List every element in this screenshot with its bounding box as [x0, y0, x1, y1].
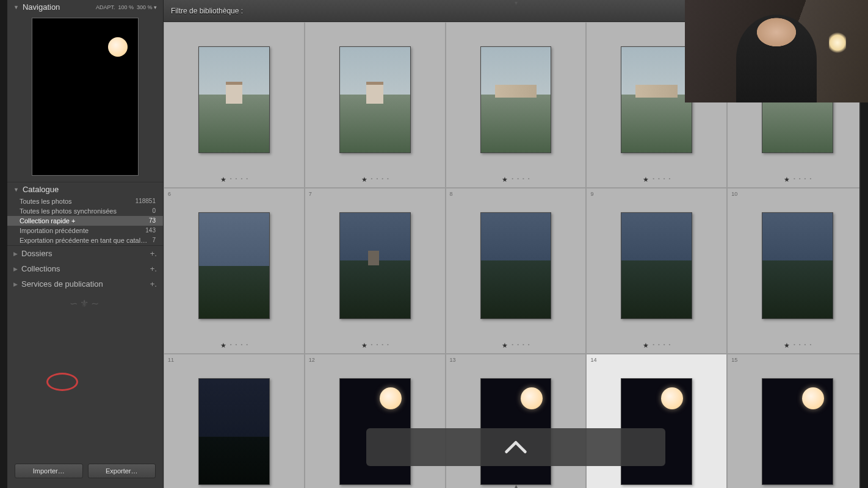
catalogue-item[interactable]: Importation précédente143 — [7, 226, 163, 235]
rating-dot-icon[interactable]: • — [376, 342, 378, 350]
rating-dot-icon[interactable]: • — [382, 176, 383, 184]
rating-dot-icon[interactable]: • — [371, 176, 373, 184]
rating-dot-icon[interactable]: • — [236, 342, 237, 350]
rating-dot-icon[interactable]: • — [376, 176, 378, 184]
thumbnail[interactable] — [480, 212, 552, 319]
rating-dot-icon[interactable]: • — [517, 342, 519, 350]
grid-cell[interactable]: 6 ★•••• — [164, 188, 305, 354]
filmstrip-toggle-hud[interactable] — [366, 428, 665, 466]
rating-dot-icon[interactable]: • — [669, 176, 671, 184]
bottom-panel-handle-icon[interactable]: ▴ — [515, 483, 518, 488]
rating-star-icon[interactable]: ★ — [502, 342, 508, 350]
dossiers-panel-header[interactable]: ▶ Dossiers +. — [7, 246, 163, 261]
catalogue-item[interactable]: Collection rapide +73 — [7, 216, 163, 226]
grid-cell[interactable]: 7 ★•••• — [305, 188, 446, 354]
rating-dot-icon[interactable]: • — [799, 342, 801, 350]
rating-dot-icon[interactable]: • — [809, 342, 811, 350]
thumbnail[interactable] — [480, 46, 552, 153]
grid-cell[interactable]: ★•••• — [305, 22, 446, 188]
rating-dot-icon[interactable]: • — [246, 176, 248, 184]
rating-dot-icon[interactable]: • — [387, 342, 389, 350]
rating-dot-icon[interactable]: • — [653, 342, 654, 350]
rating-dot-icon[interactable]: • — [523, 176, 524, 184]
catalogue-item-label: Toutes les photos synchronisées — [20, 207, 148, 215]
rating-dot-icon[interactable]: • — [241, 342, 242, 350]
thumbnail[interactable] — [339, 46, 411, 153]
rating-dot-icon[interactable]: • — [664, 176, 665, 184]
navigation-header[interactable]: ▼ Navigation ADAPT. 100 % 300 % ▾ — [7, 0, 163, 14]
catalogue-item-count: 7 — [148, 237, 156, 244]
rating-dot-icon[interactable]: • — [523, 342, 524, 350]
rating-dot-icon[interactable]: • — [799, 176, 801, 184]
services-panel-header[interactable]: ▶ Services de publication +. — [7, 276, 163, 292]
rating-dot-icon[interactable]: • — [512, 176, 513, 184]
rating-dot-icon[interactable]: • — [653, 176, 654, 184]
zoom-controls[interactable]: ADAPT. 100 % 300 % ▾ — [96, 4, 157, 10]
import-button[interactable]: Importer… — [15, 464, 83, 478]
rating-dot-icon[interactable]: • — [658, 176, 660, 184]
rating-dot-icon[interactable]: • — [794, 176, 795, 184]
thumbnail[interactable] — [198, 378, 270, 485]
catalogue-header[interactable]: ▼ Catalogue — [7, 182, 163, 196]
rating-star-icon[interactable]: ★ — [643, 176, 649, 184]
rating-star-icon[interactable]: ★ — [643, 342, 649, 350]
grid-cell[interactable]: ★•••• — [164, 22, 305, 188]
grid-cell[interactable]: 12 ★•••• — [305, 354, 446, 488]
rating-dot-icon[interactable]: • — [669, 342, 671, 350]
thumbnail[interactable] — [762, 378, 833, 485]
rating-dot-icon[interactable]: • — [528, 342, 530, 350]
rating-dot-icon[interactable]: • — [387, 176, 389, 184]
catalogue-item[interactable]: Exportation précédente en tant que catal… — [7, 235, 163, 245]
navigator-preview[interactable] — [7, 14, 163, 182]
cell-index: 9 — [590, 191, 593, 197]
grid-cell[interactable]: 8 ★•••• — [446, 188, 587, 354]
grid-cell[interactable]: 10 ★•••• — [727, 188, 868, 354]
grid-cell[interactable]: 9 ★•••• — [586, 188, 727, 354]
rating-dot-icon[interactable]: • — [805, 176, 806, 184]
grid-cell[interactable]: 15 ★•••• — [727, 354, 868, 488]
rating-dot-icon[interactable]: • — [230, 342, 232, 350]
add-icon[interactable]: +. — [150, 279, 157, 289]
collections-panel-header[interactable]: ▶ Collections +. — [7, 261, 163, 276]
rating-dot-icon[interactable]: • — [664, 342, 665, 350]
grid-cell[interactable]: 13 ★•••• — [446, 354, 587, 488]
rating-star-icon[interactable]: ★ — [220, 342, 226, 350]
thumbnail[interactable] — [198, 46, 270, 153]
grid-cell[interactable]: 11 ★•••• — [164, 354, 305, 488]
thumbnail[interactable] — [621, 212, 692, 319]
grid-cell[interactable]: 14 ★•••• — [586, 354, 727, 488]
rating-star-icon[interactable]: ★ — [361, 176, 367, 184]
thumbnail[interactable] — [198, 212, 270, 319]
top-panel-handle-icon[interactable]: ▾ — [515, 0, 518, 6]
rating-dot-icon[interactable]: • — [809, 176, 811, 184]
rating-dot-icon[interactable]: • — [658, 342, 660, 350]
rating-dot-icon[interactable]: • — [512, 342, 513, 350]
catalogue-item[interactable]: Toutes les photos synchronisées0 — [7, 206, 163, 216]
rating-dot-icon[interactable]: • — [236, 176, 237, 184]
rating-dot-icon[interactable]: • — [517, 176, 519, 184]
rating-star-icon[interactable]: ★ — [784, 342, 790, 350]
rating-star-icon[interactable]: ★ — [784, 176, 790, 184]
rating-dot-icon[interactable]: • — [230, 176, 232, 184]
rating-dot-icon[interactable]: • — [528, 176, 530, 184]
rating-dot-icon[interactable]: • — [371, 342, 373, 350]
cell-index: 8 — [450, 191, 453, 197]
disclosure-down-icon: ▼ — [13, 4, 19, 10]
thumbnail[interactable] — [339, 212, 411, 319]
rating-dot-icon[interactable]: • — [794, 342, 795, 350]
add-icon[interactable]: +. — [150, 264, 157, 273]
rating-star-icon[interactable]: ★ — [220, 176, 226, 184]
export-button[interactable]: Exporter… — [88, 464, 156, 478]
thumbnail[interactable] — [762, 212, 833, 319]
catalogue-item[interactable]: Toutes les photos118851 — [7, 196, 163, 206]
rating-star-icon[interactable]: ★ — [502, 176, 508, 184]
rating-dot-icon[interactable]: • — [246, 342, 248, 350]
thumbnail[interactable] — [621, 46, 692, 153]
rating-dot-icon[interactable]: • — [382, 342, 383, 350]
add-icon[interactable]: +. — [150, 249, 157, 258]
rating-star-icon[interactable]: ★ — [361, 342, 367, 350]
rating-dot-icon[interactable]: • — [241, 176, 242, 184]
left-edge-handle[interactable] — [0, 0, 7, 488]
rating-dot-icon[interactable]: • — [805, 342, 806, 350]
grid-cell[interactable]: ★•••• — [446, 22, 587, 188]
